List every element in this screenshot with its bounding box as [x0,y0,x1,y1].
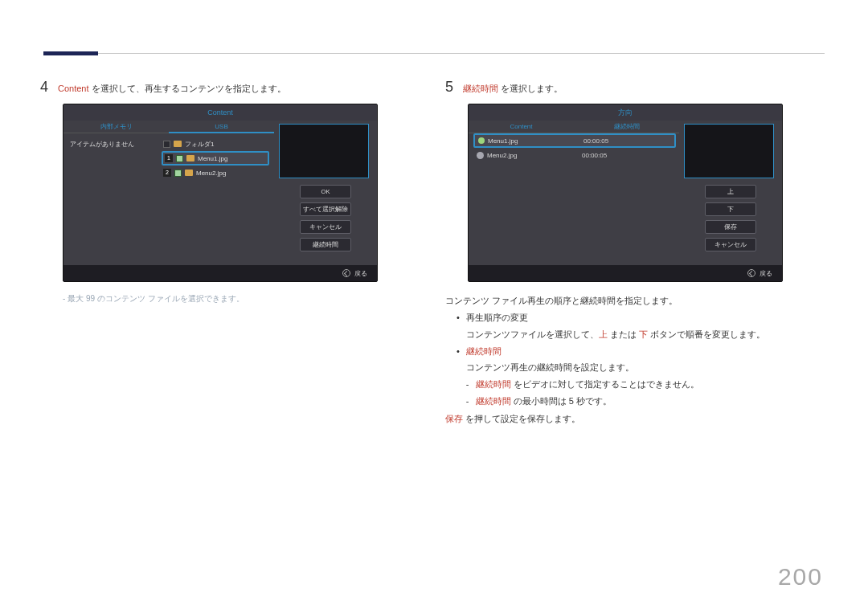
bullet1-body: コンテンツファイルを選択して、上 または 下 ボタンで順番を変更します。 [466,326,765,343]
ss2-title: 方向 [469,104,782,121]
step-number-4: 4 [40,79,48,96]
step-5-line: 5 継続時間 を選択します。 [445,79,828,96]
ok-button[interactable]: OK [300,185,351,198]
duration-row-2[interactable]: Menu2.jpg 00:00:05 [473,148,676,162]
duration-button[interactable]: 継続時間 [300,238,351,251]
left-column: 4 Content を選択して、再生するコンテンツを指定します。 Content… [40,79,423,427]
cancel-button[interactable]: キャンセル [300,220,351,234]
ss2-footer: 戻る [469,265,782,281]
bullet-list: • 再生順序の変更 コンテンツファイルを選択して、上 または 下 ボタンで順番を… [457,309,828,410]
step4-red: Content [58,84,89,93]
up-button[interactable]: 上 [705,185,756,198]
bullet-dot: • [457,343,460,411]
folder-row[interactable]: フォルダ1 [162,137,269,151]
ss1-tabs: 内部メモリ USB [63,121,274,133]
bullet-duration: • 継続時間 コンテンツ再生の継続時間を設定します。 - 継続時間 をビデオに対… [457,343,828,411]
order-badge: 2 [163,169,171,177]
ss2-list: Menu1.jpg 00:00:05 Menu2.jpg 00:00:05 [473,133,676,265]
ss1-right-col: フォルダ1 1 Menu1.jpg 2 Menu2.jpg [162,137,269,180]
bullet2-title: 継続時間 [466,343,699,360]
checkbox-icon[interactable] [163,141,170,148]
right-column: 5 継続時間 を選択します。 方向 Content 継続時間 Menu1.jpg… [445,79,828,427]
preview-box [684,124,774,178]
back-label[interactable]: 戻る [760,269,772,278]
file-name: Menu2.jpg [196,170,226,177]
dash-2: - 継続時間 の最小時間は 5 秒です。 [466,393,699,410]
cancel-button[interactable]: キャンセル [705,238,756,251]
row2-name: Menu2.jpg [473,152,578,159]
dash-1: - 継続時間 をビデオに対して指定することはできません。 [466,376,699,393]
dash-mark: - [466,393,469,410]
intro-paragraph: コンテンツ ファイル再生の順序と継続時間を指定します。 [445,293,828,309]
screenshot-direction: 方向 Content 継続時間 Menu1.jpg 00:00:05 Menu2… [468,104,783,282]
b1-a: コンテンツファイルを選択して、 [466,329,599,339]
image-icon [185,170,193,176]
max-files-note: 最大 99 のコンテンツ ファイルを選択できます。 [63,293,423,304]
ss1-side-panel: OK すべて選択解除 キャンセル 継続時間 [279,124,372,255]
file-row-2[interactable]: 2 Menu2.jpg [162,166,269,180]
ss1-title: Content [63,104,377,121]
tab-usb[interactable]: USB [169,121,274,133]
b1-b: ボタンで順番を変更します。 [648,329,765,339]
tab-internal-memory[interactable]: 内部メモリ [63,121,169,133]
back-label[interactable]: 戻る [354,269,367,278]
b1-down: 下 [639,329,648,339]
order-badge: 1 [165,154,173,162]
ss1-footer: 戻る [63,265,377,281]
step4-rest: を選択して、再生するコンテンツを指定します。 [89,84,286,93]
step-number-5: 5 [445,79,453,96]
b1-mid: または [608,329,639,339]
header-duration: 継続時間 [574,121,679,133]
bullet-dot: • [457,309,460,343]
ss2-headers: Content 継続時間 [469,121,679,133]
duration-row-1[interactable]: Menu1.jpg 00:00:05 [473,133,676,148]
b1-up: 上 [599,329,608,339]
save-red: 保存 [445,414,463,423]
back-icon[interactable] [342,269,350,277]
bullet2-body: コンテンツ再生の継続時間を設定します。 [466,359,699,376]
page-body: 4 Content を選択して、再生するコンテンツを指定します。 Content… [40,79,828,427]
ss1-left-col: アイテムがありません [68,137,155,151]
preview-box [279,124,369,178]
row1-time: 00:00:05 [583,137,656,145]
save-button[interactable]: 保存 [705,220,756,234]
bullet-reorder: • 再生順序の変更 コンテンツファイルを選択して、上 または 下 ボタンで順番を… [457,309,828,343]
person-icon [477,152,484,159]
step-4-line: 4 Content を選択して、再生するコンテンツを指定します。 [40,79,423,96]
checkbox-icon[interactable] [176,155,183,162]
deselect-all-button[interactable]: すべて選択解除 [300,202,351,216]
folder-label: フォルダ1 [185,140,214,149]
d1-red: 継続時間 [476,379,511,389]
dash-mark: - [466,376,469,393]
back-icon[interactable] [747,269,755,277]
bullet1-title: 再生順序の変更 [466,309,765,326]
down-button[interactable]: 下 [705,202,756,216]
bullet-duration-body: 継続時間 コンテンツ再生の継続時間を設定します。 - 継続時間 をビデオに対して… [466,343,699,411]
no-items-label: アイテムがありません [70,140,134,149]
ss1-list: アイテムがありません フォルダ1 1 Menu1.jpg [63,133,274,265]
header-rule [43,53,825,54]
header-rule-accent [43,51,98,55]
d2-red: 継続時間 [476,396,511,406]
dash2-text: 継続時間 の最小時間は 5 秒です。 [476,393,612,410]
step5-red: 継続時間 [463,84,498,93]
dash1-text: 継続時間 をビデオに対して指定することはできません。 [476,376,699,393]
d2-rest: の最小時間は 5 秒です。 [511,396,612,406]
checkbox-icon[interactable] [174,170,182,177]
file-row-1[interactable]: 1 Menu1.jpg [162,151,269,166]
row-file-name: Menu1.jpg [488,137,518,145]
ss2-side-panel: 上 下 保存 キャンセル [684,124,777,255]
page-number: 200 [778,563,823,591]
step-5-text: 継続時間 を選択します。 [463,83,563,95]
step5-rest: を選択します。 [498,84,563,93]
row-file-name: Menu2.jpg [487,152,517,159]
step-4-text: Content を選択して、再生するコンテンツを指定します。 [58,83,286,95]
no-items-text: アイテムがありません [68,137,155,151]
d1-rest: をビデオに対して指定することはできません。 [511,379,699,389]
bullet-reorder-body: 再生順序の変更 コンテンツファイルを選択して、上 または 下 ボタンで順番を変更… [466,309,765,343]
save-line: 保存 を押して設定を保存します。 [445,411,828,427]
row1-name: Menu1.jpg [475,137,579,145]
image-icon [186,155,194,161]
folder-icon [174,141,182,147]
screenshot-content: Content 内部メモリ USB アイテムがありません フォルダ1 [63,104,378,282]
